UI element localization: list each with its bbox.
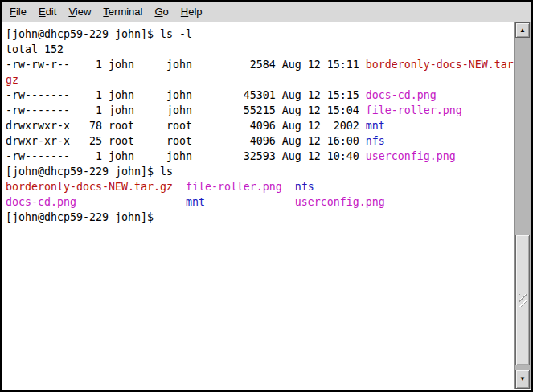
prompt-command: [john@dhcp59-229 john]$ ls -l — [6, 28, 192, 40]
terminal-line: -rw------- 1 john john 32593 Aug 12 10:4… — [6, 149, 514, 164]
terminal-line: -rw------- 1 john john 55215 Aug 12 15:0… — [6, 103, 514, 118]
up-arrow-icon: ▲ — [519, 27, 526, 34]
menu-go-label: o — [163, 6, 169, 18]
terminal-line: -rw------- 1 john john 45301 Aug 12 15:1… — [6, 88, 514, 103]
filename: gz — [6, 74, 18, 86]
filename: borderonly-docs-NEW.tar. — [366, 59, 514, 71]
terminal-line: gz — [6, 72, 514, 88]
file-attributes: -rw------- 1 john john 55215 Aug 12 15:0… — [6, 104, 366, 116]
terminal-text — [205, 196, 295, 208]
filename: docs-cd.png — [366, 89, 437, 101]
directory-name: nfs — [295, 181, 314, 193]
menu-bar: File Edit View Terminal Go Help — [2, 2, 531, 22]
terminal-line: [john@dhcp59-229 john]$ ls -l — [6, 27, 514, 42]
terminal-text — [76, 196, 186, 208]
directory-name: mnt — [186, 196, 205, 208]
menu-file-mnemonic: F — [10, 6, 16, 18]
menu-view[interactable]: View — [68, 3, 92, 20]
menu-file-label: ile — [16, 6, 27, 18]
menu-terminal[interactable]: Terminal — [102, 3, 143, 20]
terminal-line: -rw-rw-r-- 1 john john 2584 Aug 12 15:11… — [6, 57, 514, 72]
prompt-command: [john@dhcp59-229 john]$ ls — [6, 165, 173, 178]
directory-name: nfs — [366, 135, 385, 147]
menu-terminal-label: erminal — [109, 6, 143, 18]
menu-view-label: iew — [76, 6, 92, 18]
thumb-grip-icon — [519, 294, 527, 307]
menu-view-mnemonic: V — [68, 6, 75, 18]
file-attributes: -rw------- 1 john john 32593 Aug 12 10:4… — [6, 150, 366, 162]
file-attributes: drwxrwxr-x 78 root root 4096 Aug 12 2002 — [6, 120, 366, 132]
menu-go-mnemonic: G — [154, 6, 162, 18]
filename: file-roller.png — [366, 104, 462, 116]
terminal-line: [john@dhcp59-229 john]$ ls — [6, 164, 514, 179]
scrollbar[interactable]: ▲ ▼ — [514, 22, 531, 389]
terminal-text: total 152 — [6, 43, 64, 55]
menu-file[interactable]: File — [9, 3, 27, 20]
file-attributes: drwxr-xr-x 25 root root 4096 Aug 12 16:0… — [6, 135, 366, 147]
terminal-line: drwxr-xr-x 25 root root 4096 Aug 12 16:0… — [6, 133, 514, 149]
terminal-output[interactable]: [john@dhcp59-229 john]$ ls -ltotal 152-r… — [2, 22, 514, 389]
filename: userconfig.png — [366, 150, 456, 162]
terminal-window: File Edit View Terminal Go Help [john@dh… — [0, 0, 533, 392]
terminal-line: docs-cd.png mnt userconfig.png — [6, 194, 514, 210]
menu-help-label: elp — [188, 6, 202, 18]
menu-go[interactable]: Go — [154, 3, 169, 20]
filename: file-roller.png — [186, 181, 282, 193]
terminal-line: [john@dhcp59-229 john]$ — [6, 210, 514, 225]
terminal-line: drwxrwxr-x 78 root root 4096 Aug 12 2002… — [6, 118, 514, 133]
terminal-text — [173, 181, 186, 193]
scroll-down-button[interactable]: ▼ — [515, 370, 530, 389]
menu-edit[interactable]: Edit — [38, 3, 57, 20]
menu-edit-mnemonic: E — [39, 6, 46, 18]
menu-edit-label: dit — [46, 6, 57, 18]
file-attributes: -rw------- 1 john john 45301 Aug 12 15:1… — [6, 89, 366, 101]
menu-help[interactable]: Help — [180, 3, 203, 20]
scroll-up-button[interactable]: ▲ — [515, 22, 530, 38]
filename: docs-cd.png — [6, 196, 76, 208]
terminal-text — [282, 181, 295, 193]
prompt: [john@dhcp59-229 john]$ — [6, 211, 154, 223]
down-arrow-icon: ▼ — [519, 376, 526, 382]
filename: borderonly-docs-NEW.tar.gz — [6, 181, 173, 193]
scrollbar-thumb[interactable] — [515, 235, 530, 365]
menu-help-mnemonic: H — [181, 6, 188, 18]
terminal-line: total 152 — [6, 42, 514, 57]
filename: userconfig.png — [295, 196, 385, 208]
window-body: [john@dhcp59-229 john]$ ls -ltotal 152-r… — [2, 22, 531, 389]
directory-name: mnt — [366, 120, 385, 132]
file-attributes: -rw-rw-r-- 1 john john 2584 Aug 12 15:11 — [6, 59, 366, 71]
terminal-line: borderonly-docs-NEW.tar.gz file-roller.p… — [6, 179, 514, 194]
